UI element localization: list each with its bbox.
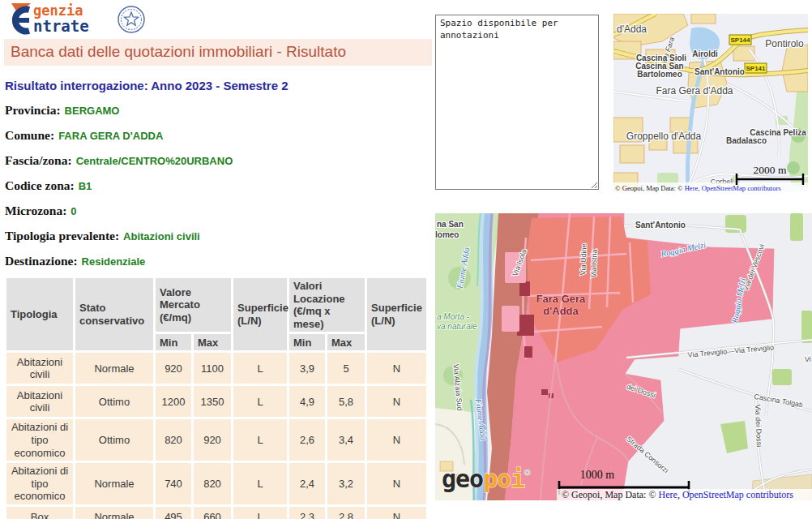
- field-fascia-zona: Fascia/zona:Centrale/CENTRO%20URBANO: [5, 153, 432, 168]
- svg-text:Bartolomeo: Bartolomeo: [637, 70, 682, 79]
- table-cell: 920: [156, 353, 191, 384]
- svg-text:Via Udine: Via Udine: [579, 243, 588, 275]
- table-cell: 920: [194, 419, 231, 461]
- table-cell: 2,3: [289, 507, 325, 519]
- field-label: Provincia:: [5, 103, 61, 117]
- field-value: FARA GERA D'ADDA: [54, 130, 163, 142]
- col-header-max-mercato: Max: [194, 334, 231, 350]
- svg-text:© Geopoi, Map Data: © Here, Op: © Geopoi, Map Data: © Here, OpenStreetMa…: [562, 489, 793, 500]
- table-cell: 3,4: [327, 419, 365, 461]
- table-cell: Normale: [75, 353, 153, 384]
- table-cell: N: [367, 507, 426, 519]
- table-cell: Ottimo: [75, 419, 153, 461]
- attribution-prefix: © Geopoi, Map Data: ©: [562, 489, 659, 500]
- quotazioni-table: Tipologia Stato conservativo Valore Merc…: [4, 276, 429, 519]
- table-cell: Abitazioni di tipo economico: [6, 463, 73, 504]
- map-attribution-bar: geo © Geopoi, Map Data: © Here, OpenStre…: [613, 182, 808, 192]
- field-label: Codice zona:: [5, 178, 75, 192]
- svg-text:Sant'Antonio: Sant'Antonio: [635, 221, 686, 229]
- svg-text:Airoldi: Airoldi: [692, 49, 718, 58]
- table-cell: 2,4: [289, 463, 325, 504]
- table-cell: 4,9: [289, 386, 325, 417]
- table-cell: 820: [194, 463, 231, 504]
- field-microzona: Microzona:0: [5, 204, 432, 218]
- table-cell: N: [367, 353, 426, 384]
- logo-text-genzia: genzia: [33, 2, 83, 19]
- zonemap-attribution: © Geopoi, Map Data: © Here, OpenStreetMa…: [557, 489, 812, 500]
- table-row: Abitazioni di tipo economicoNormale74082…: [6, 463, 426, 504]
- svg-text:Badalasco: Badalasco: [726, 136, 767, 145]
- logo-text-ntrate: ntrate: [33, 17, 89, 35]
- field-value: Centrale/CENTRO%20URBANO: [72, 155, 233, 167]
- overview-map[interactable]: SP144 SP141 d'Adda Via Fara Airoldi Pont…: [613, 14, 808, 192]
- results-panel: genzia ntrate Banca dati delle quotazion…: [4, 2, 432, 519]
- table-row: Abitazioni civiliNormale9201100L3,95N: [6, 353, 426, 384]
- field-comune: Comune:FARA GERA D'ADDA: [5, 128, 432, 143]
- table-cell: Normale: [75, 463, 153, 504]
- col-header-min-mercato: Min: [156, 334, 191, 350]
- attribution-prefix: © Geopoi, Map Data: ©: [615, 184, 685, 192]
- table-cell: 3,2: [327, 463, 365, 504]
- svg-text:d'Adda: d'Adda: [617, 24, 647, 35]
- attribution-here-link[interactable]: Here: [659, 489, 677, 500]
- table-cell: 2,6: [289, 419, 325, 461]
- agenzia-entrate-monogram-icon: [11, 3, 31, 32]
- svg-text:Pontirolo: Pontirolo: [765, 38, 804, 49]
- col-header-min-locazione: Min: [289, 334, 325, 350]
- table-cell: 3,9: [289, 353, 325, 384]
- svg-text:2000 m: 2000 m: [754, 164, 787, 176]
- sp144-badge: SP144: [730, 36, 750, 44]
- table-cell: 820: [156, 419, 191, 461]
- svg-text:Via dei Dossi: Via dei Dossi: [754, 405, 763, 448]
- result-fields: Provincia:BERGAMO Comune:FARA GERA D'ADD…: [4, 103, 432, 268]
- col-header-stato: Stato conservativo: [75, 278, 153, 350]
- field-label: Tipologia prevalente:: [5, 229, 119, 242]
- table-cell: Ottimo: [75, 386, 153, 417]
- field-value: BERGAMO: [61, 105, 120, 117]
- attribution-here-link[interactable]: Here: [685, 184, 699, 192]
- table-cell: L: [233, 353, 287, 384]
- sp141-badge: SP141: [746, 65, 766, 72]
- col-header-valore-mercato: Valore Mercato (€/mq): [156, 278, 231, 332]
- table-cell: N: [367, 419, 426, 461]
- table-cell: L: [233, 463, 287, 504]
- table-cell: 1350: [194, 386, 231, 417]
- field-label: Microzona:: [5, 204, 66, 217]
- attribution-osm-link[interactable]: OpenStreetMap contributors: [702, 184, 782, 192]
- geopoi-logo: geopoi®: [442, 465, 530, 493]
- svg-text:1000 m: 1000 m: [580, 469, 615, 481]
- field-value: 0: [66, 205, 76, 217]
- attribution-osm-link[interactable]: OpenStreetMap contributors: [682, 489, 793, 500]
- result-heading: Risultato interrogazione: Anno 2023 - Se…: [5, 79, 432, 92]
- table-cell: Abitazioni civili: [6, 386, 73, 417]
- logo-row: genzia ntrate: [4, 2, 432, 36]
- field-tipologia-prevalente: Tipologia prevalente:Abitazioni civili: [5, 229, 432, 243]
- zone-map[interactable]: na San lomeo Fiume Adda a Morta - va nat…: [435, 213, 812, 500]
- page: { "page": { "title": "Banca dati delle q…: [0, 0, 812, 519]
- field-value: Residenziale: [78, 255, 146, 268]
- agenzia-entrate-logo: genzia ntrate: [4, 2, 148, 36]
- table-cell: 495: [156, 507, 191, 519]
- svg-text:va naturale: va naturale: [437, 322, 477, 331]
- annotations-textarea[interactable]: Spazio disponibile per annotazioni: [435, 15, 599, 190]
- field-value: B1: [75, 180, 92, 192]
- table-cell: 5: [327, 353, 365, 384]
- table-header-row: Tipologia Stato conservativo Valore Merc…: [6, 278, 426, 332]
- field-label: Destinazione:: [5, 254, 78, 268]
- svg-text:na San: na San: [437, 220, 464, 229]
- table-cell: N: [367, 463, 426, 504]
- field-value: Abitazioni civili: [119, 230, 200, 242]
- table-cell: Abitazioni di tipo economico: [6, 419, 73, 461]
- svg-text:a Morta -: a Morta -: [437, 312, 470, 321]
- col-header-superficie-2: Superficie (L/N): [367, 278, 426, 350]
- svg-text:Fara Gera: Fara Gera: [536, 293, 586, 305]
- table-cell: Normale: [75, 507, 153, 519]
- table-row: Abitazioni di tipo economicoOttimo820920…: [6, 419, 426, 461]
- svg-text:lomeo: lomeo: [435, 230, 459, 239]
- field-label: Fascia/zona:: [5, 153, 72, 167]
- table-cell: 1100: [194, 353, 231, 384]
- svg-text:Via Istria: Via Istria: [589, 249, 598, 277]
- svg-text:Groppello d'Adda: Groppello d'Adda: [626, 131, 702, 142]
- col-header-valori-locazione: Valori Locazione (€/mq x mese): [289, 278, 365, 332]
- table-cell: 2,8: [327, 507, 365, 519]
